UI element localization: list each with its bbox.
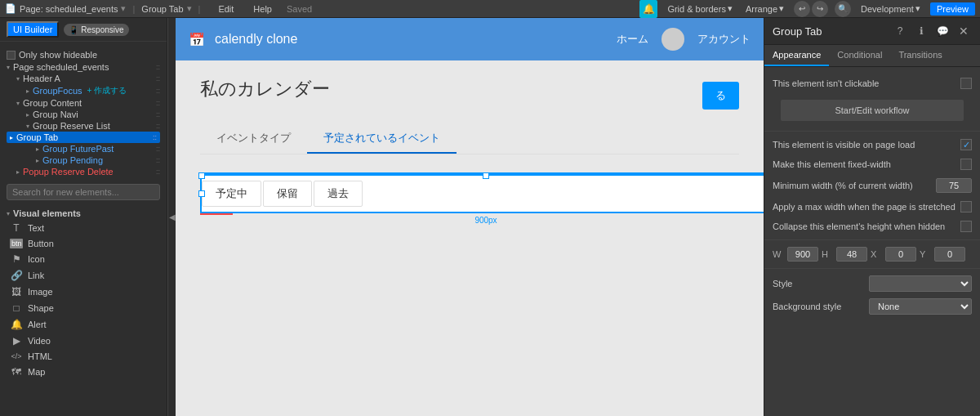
element-search-input[interactable] xyxy=(7,184,160,200)
grid-borders-dropdown-icon: ▾ xyxy=(728,3,733,14)
right-panel: Group Tab ? ℹ 💬 ✕ Appearance Conditional… xyxy=(764,18,980,416)
responsive-button[interactable]: 📱 Responsive xyxy=(64,24,128,36)
tree-arrow-header: ▾ xyxy=(16,75,20,83)
collapse-height-checkbox[interactable] xyxy=(960,221,972,232)
w-input[interactable] xyxy=(787,247,818,262)
element-html-item[interactable]: </> HTML xyxy=(7,349,160,364)
w-label: W xyxy=(773,249,784,259)
tree-item-popup-reserve-delete[interactable]: ▸ Popup Reserve Delete :: xyxy=(7,166,160,177)
style-select[interactable] xyxy=(869,275,972,292)
panel-header: Group Tab ? ℹ 💬 ✕ xyxy=(764,18,980,45)
tree-item-page[interactable]: ▾ Page scheduled_events :: xyxy=(7,61,160,73)
element-button-item[interactable]: btn Button xyxy=(7,236,160,251)
element-text-item[interactable]: T Text xyxy=(7,220,160,236)
arrange-button[interactable]: Arrange ▾ xyxy=(742,2,787,15)
min-width-input[interactable] xyxy=(936,178,972,193)
only-show-hideable-checkbox[interactable] xyxy=(7,51,16,60)
fixed-width-checkbox[interactable] xyxy=(960,159,972,170)
panel-tab-appearance[interactable]: Appearance xyxy=(764,45,829,66)
add-create-label[interactable]: + 作成する xyxy=(87,85,127,96)
page-selector[interactable]: 📄 Page: scheduled_events ▾ xyxy=(5,3,126,14)
start-edit-workflow-button[interactable]: Start/Edit workflow xyxy=(781,100,964,121)
only-show-hideable-row[interactable]: Only show hideable xyxy=(7,48,160,61)
map-element-icon: 🗺 xyxy=(10,366,23,378)
html-element-label: HTML xyxy=(28,351,52,361)
tree-item-group-tab[interactable]: ▸ Group Tab :: xyxy=(7,132,160,143)
panel-tab-conditional[interactable]: Conditional xyxy=(829,45,890,66)
text-element-label: Text xyxy=(28,223,44,233)
tree-item-group-reserve-list[interactable]: ▾ Group Reserve List :: xyxy=(7,120,160,132)
y-input[interactable] xyxy=(934,247,965,262)
main-tabs-row: イベントタイプ 予定されているイベント xyxy=(200,124,739,154)
max-width-checkbox[interactable] xyxy=(960,201,972,212)
not-clickable-checkbox[interactable] xyxy=(960,78,972,89)
tree-section: Only show hideable ▾ Page scheduled_even… xyxy=(0,45,167,181)
redo-button[interactable]: ↪ xyxy=(812,1,828,17)
drag-handle-gfuture: :: xyxy=(156,145,160,153)
element-icon-item[interactable]: ⚑ Icon xyxy=(7,251,160,267)
tree-item-group-content[interactable]: ▾ Group Content :: xyxy=(7,97,160,109)
tree-arrow-gtab: ▸ xyxy=(10,134,13,141)
element-image-item[interactable]: 🖼 Image xyxy=(7,284,160,300)
tab-kako[interactable]: 過去 xyxy=(314,181,363,207)
tree-item-group-focus[interactable]: ▸ GroupFocus + 作成する :: xyxy=(7,84,160,97)
element-video-item[interactable]: ▶ Video xyxy=(7,333,160,349)
account-label: アカウント xyxy=(697,32,751,47)
width-dimension-label: 900px xyxy=(474,216,497,225)
tab-yoteichuu[interactable]: 予定中 xyxy=(202,181,261,207)
x-input[interactable] xyxy=(885,247,916,262)
create-button[interactable]: る xyxy=(702,82,739,110)
tree-item-group-future-past[interactable]: ▸ Group FuturePast :: xyxy=(7,143,160,154)
tab-horyu[interactable]: 保留 xyxy=(263,181,312,207)
drag-handle-gnavi: :: xyxy=(156,110,160,119)
visible-on-load-checkbox[interactable]: ✓ xyxy=(960,139,972,150)
top-bar: 📄 Page: scheduled_events ▾ | Group Tab ▾… xyxy=(0,0,980,18)
tree-item-header-a[interactable]: ▾ Header A :: xyxy=(7,73,160,84)
element-link-item[interactable]: 🔗 Link xyxy=(7,267,160,284)
group-tab-dropdown-icon[interactable]: ▾ xyxy=(187,3,192,14)
page-dropdown-icon[interactable]: ▾ xyxy=(121,3,126,14)
h-input[interactable] xyxy=(836,247,867,262)
ui-builder-tab[interactable]: UI Builder xyxy=(7,21,59,38)
undo-button[interactable]: ↩ xyxy=(794,1,810,17)
sidebar-collapse-handle[interactable]: ◀ xyxy=(167,18,176,416)
top-bar-right: 🔔 Grid & borders ▾ Arrange ▾ ↩ ↪ 🔍 Devel… xyxy=(639,0,975,18)
icon-element-icon: ⚑ xyxy=(10,253,23,265)
edit-button[interactable]: Edit xyxy=(213,3,238,15)
visual-elements-header[interactable]: ▾ Visual elements xyxy=(7,207,160,220)
element-shape-item[interactable]: □ Shape xyxy=(7,300,160,316)
element-alert-item[interactable]: 🔔 Alert xyxy=(7,316,160,333)
panel-tab-transitions[interactable]: Transitions xyxy=(890,45,950,66)
handle-top-mid xyxy=(483,172,489,179)
fixed-width-row: Make this element fixed-width xyxy=(764,154,980,174)
element-map-item[interactable]: 🗺 Map xyxy=(7,364,160,380)
bg-style-label: Background style xyxy=(773,302,864,311)
development-button[interactable]: Development ▾ xyxy=(858,2,924,15)
checkmark-icon: ✓ xyxy=(963,140,970,150)
grid-borders-button[interactable]: Grid & borders ▾ xyxy=(664,2,736,15)
bg-style-select[interactable]: None xyxy=(869,298,972,315)
arrange-dropdown-icon: ▾ xyxy=(779,3,784,14)
tree-item-group-pending[interactable]: ▸ Group Pending :: xyxy=(7,154,160,166)
tab-event-type[interactable]: イベントタイプ xyxy=(200,124,307,154)
panel-info-button[interactable]: ℹ xyxy=(913,23,929,39)
visible-on-load-row: This element is visible on page load ✓ xyxy=(764,135,980,154)
y-label: Y xyxy=(920,249,931,259)
help-button[interactable]: Help xyxy=(248,3,277,15)
min-width-label: Minimum width (% of current width) xyxy=(773,181,931,190)
image-element-label: Image xyxy=(28,287,53,297)
panel-help-button[interactable]: ? xyxy=(892,23,908,39)
bell-icon[interactable]: 🔔 xyxy=(639,0,657,18)
drag-handle-header: :: xyxy=(156,74,160,83)
panel-close-button[interactable]: ✕ xyxy=(956,23,972,39)
tab-scheduled[interactable]: 予定されているイベント xyxy=(307,124,457,154)
panel-tabs: Appearance Conditional Transitions xyxy=(764,45,980,67)
tree-item-group-navi[interactable]: ▸ Group Navi :: xyxy=(7,109,160,120)
group-tab-selector[interactable]: Group Tab ▾ xyxy=(141,3,191,14)
preview-button[interactable]: Preview xyxy=(930,2,975,16)
search-button[interactable]: 🔍 xyxy=(835,1,851,17)
left-sidebar: UI Builder 📱 Responsive Only show hideab… xyxy=(0,18,167,416)
home-link[interactable]: ホーム xyxy=(617,32,648,47)
tree-arrow-greserve: ▾ xyxy=(26,123,29,130)
panel-comment-button[interactable]: 💬 xyxy=(934,23,951,39)
